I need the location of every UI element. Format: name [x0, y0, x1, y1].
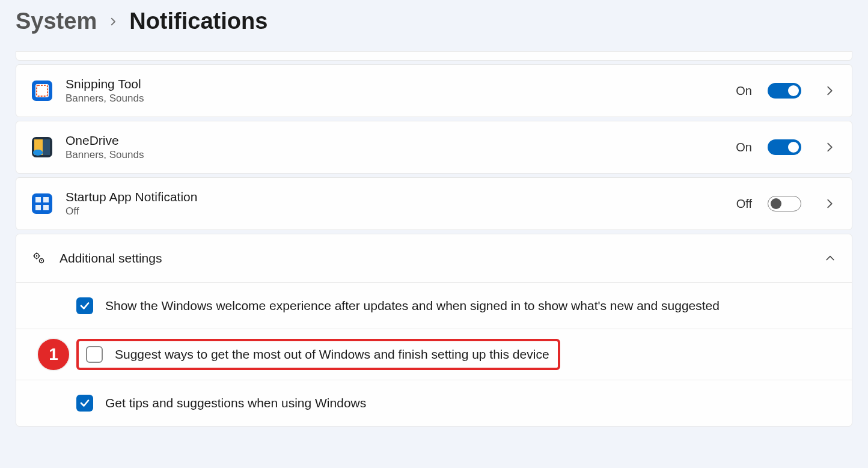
startup-app-icon [32, 193, 52, 214]
svg-rect-7 [32, 193, 52, 214]
chevron-right-icon [823, 141, 836, 154]
annotation-highlight: Suggest ways to get the most out of Wind… [76, 339, 560, 370]
card-stub [16, 51, 852, 61]
additional-settings-section: Additional settings Show the Windows wel… [16, 234, 852, 427]
option-welcome-experience[interactable]: Show the Windows welcome experience afte… [16, 283, 852, 329]
chevron-right-icon [823, 197, 836, 210]
chevron-up-icon [824, 252, 836, 264]
svg-rect-5 [43, 139, 50, 155]
checkbox[interactable] [76, 395, 93, 412]
app-sub: Banners, Sounds [66, 93, 723, 105]
app-title: Startup App Notification [66, 190, 723, 204]
checkbox[interactable] [86, 346, 103, 363]
svg-point-15 [41, 260, 42, 261]
app-row-snipping-tool[interactable]: Snipping Tool Banners, Sounds On [16, 64, 852, 117]
breadcrumb-parent[interactable]: System [16, 8, 97, 34]
app-title: OneDrive [66, 133, 723, 148]
toggle-state-label: On [736, 141, 752, 154]
annotation-badge: 1 [38, 339, 69, 370]
additional-settings-title: Additional settings [60, 251, 811, 266]
option-tips-suggestions[interactable]: Get tips and suggestions when using Wind… [16, 380, 852, 426]
svg-point-6 [33, 150, 43, 156]
onedrive-icon [32, 137, 52, 157]
svg-point-13 [36, 255, 37, 257]
app-row-onedrive[interactable]: OneDrive Banners, Sounds On [16, 121, 852, 174]
breadcrumb-current: Notifications [129, 8, 267, 34]
option-label: Show the Windows welcome experience afte… [105, 299, 720, 313]
breadcrumb: System Notifications [16, 0, 852, 51]
notifications-toggle[interactable] [768, 196, 801, 211]
chevron-right-icon [108, 16, 118, 27]
gears-icon [32, 251, 46, 266]
app-sub: Off [66, 205, 723, 217]
svg-rect-10 [35, 205, 41, 210]
toggle-state-label: On [736, 84, 752, 98]
app-sub: Banners, Sounds [66, 149, 723, 161]
checkbox[interactable] [76, 297, 93, 314]
option-label: Suggest ways to get the most out of Wind… [115, 347, 549, 362]
snipping-tool-icon [32, 81, 52, 101]
additional-settings-header[interactable]: Additional settings [16, 234, 852, 283]
svg-rect-8 [35, 197, 41, 202]
toggle-state-label: Off [736, 197, 752, 211]
svg-rect-9 [43, 197, 49, 202]
svg-rect-11 [43, 205, 49, 210]
option-suggest-setup[interactable]: 1 Suggest ways to get the most out of Wi… [16, 329, 852, 380]
notifications-toggle[interactable] [768, 83, 801, 99]
option-label: Get tips and suggestions when using Wind… [105, 396, 366, 410]
app-title: Snipping Tool [66, 77, 723, 91]
svg-rect-1 [35, 84, 49, 97]
notifications-toggle[interactable] [768, 139, 801, 155]
app-row-startup-notification[interactable]: Startup App Notification Off Off [16, 177, 852, 230]
chevron-right-icon [823, 84, 836, 97]
